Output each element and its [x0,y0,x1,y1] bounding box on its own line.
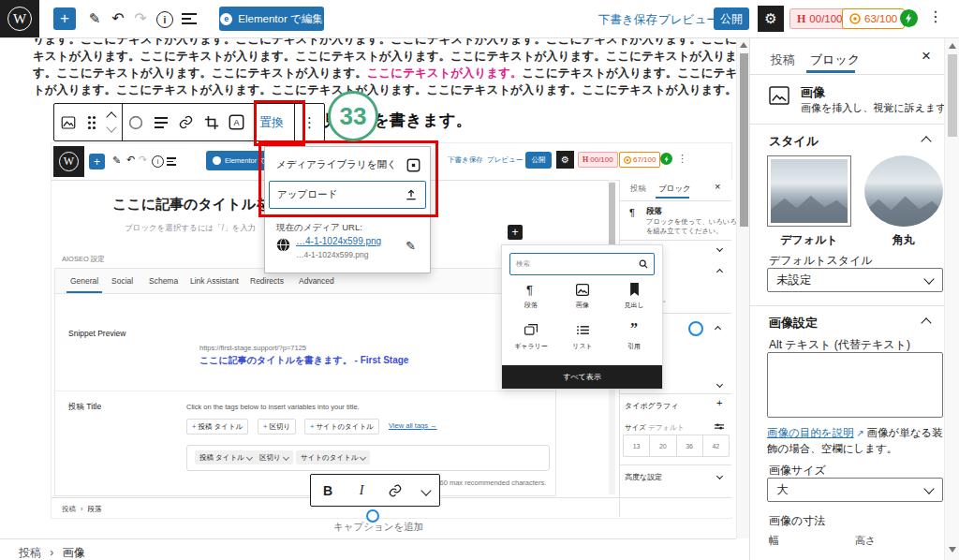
inner-wordpress-logo: W [53,146,84,177]
drag-handle-icon[interactable] [82,104,101,140]
edit-media-url-icon[interactable]: ✎ [406,239,416,253]
tab-active-underline [806,70,855,73]
scroll-up-icon[interactable] [949,43,956,49]
inner-paragraph-icon: ¶ [629,207,635,218]
link-icon[interactable] [173,104,199,140]
caption-input[interactable]: キャプションを追加 [333,521,423,534]
sidebar-scrollbar[interactable] [944,37,959,560]
inner-advanced-label: 高度な設定 [625,472,662,482]
wordpress-logo[interactable]: W [0,0,39,37]
text-over-image-icon[interactable]: A [224,104,249,140]
caption-format-toolbar: B I [310,474,440,507]
options-kebab-icon[interactable]: ⋮ [928,7,943,25]
preview-button[interactable]: プレビュー [658,12,718,28]
breadcrumb-post[interactable]: 投稿 [19,546,41,559]
close-sidebar-icon[interactable]: × [922,47,931,66]
edit-mode-icon[interactable]: ✎ [86,10,103,27]
inner-tag-chip: +投稿 タイトル [186,419,248,435]
inner-tags-hint: Click on the tags below to insert variab… [186,403,360,411]
elementor-edit-button[interactable]: e Elementor で編集 [219,7,324,31]
inner-field-chip: 区切り [255,450,293,464]
inner-snippet-title: ここに記事のタイトルを書きます。 - First Stage [199,354,408,367]
inner-tag-chip: +区切り [258,419,296,435]
scrollbar-thumb[interactable] [740,53,748,227]
truseo-h-icon: H [797,12,805,26]
align-icon[interactable] [148,104,173,140]
inner-publish-button: 公開 [525,152,552,169]
scroll-up-icon[interactable] [740,42,747,48]
publish-button[interactable]: 公開 [714,7,749,30]
style-default-preview [771,159,848,223]
describe-image-purpose-link[interactable]: 画像の目的を説明 [767,427,854,438]
block-inserter-button[interactable]: + [53,7,76,30]
settings-sidebar: 投稿 ブロック × 画像 画像を挿入し、視覚に訴えます。 スタイル デフォルト … [749,37,945,560]
style-rounded-preview [864,155,943,227]
chevron-down-icon [923,483,934,494]
inner-save-draft: 下書き保存 [448,155,483,165]
external-link-icon: ↗ [854,428,867,438]
inner-undo-icon: ↶ [126,154,135,166]
headline-score-badge[interactable]: 63/100 [842,8,905,29]
inner-block-inserter-popup: 検索 ¶ 段落 画像 見出し ” ギャラリー リスト 引用 すべて表示 [501,244,663,390]
inner-field-chip: サイトのタイトル [296,450,370,464]
styles-collapse-icon[interactable] [921,136,931,146]
sidebar-scrollbar-thumb[interactable] [948,54,957,137]
seo-score-badge[interactable]: H 00/100 [789,8,850,29]
list-view-icon[interactable] [182,13,197,24]
duotone-filter-icon[interactable] [123,104,148,140]
tab-post[interactable]: 投稿 [771,52,795,68]
inner-inserter-item-label: 引用 [605,342,663,351]
image-settings-collapse-icon[interactable] [921,317,931,328]
elementor-logo-icon: e [220,13,232,25]
image-block-icon[interactable] [54,104,82,140]
inner-aioseo-panel: General Social Schema Link Assistant Red… [54,268,556,496]
current-media-url-label: 現在のメディア URL: [276,222,362,234]
annotation-box-dropdown [258,140,438,217]
chevron-down-icon [420,485,431,495]
inner-snippet-preview-label: Snippet Preview [68,329,125,338]
search-icon [639,259,648,269]
move-up-icon [106,111,116,122]
jetpack-boost-badge[interactable] [900,9,918,27]
inner-gear-icon: ⚙ [561,155,569,165]
alt-text-input[interactable] [767,352,943,418]
editor-scrollbar[interactable] [736,37,750,538]
info-icon[interactable]: i [156,11,173,28]
redo-icon[interactable]: ↷ [132,9,149,26]
style-option-rounded[interactable] [864,155,943,227]
inner-tab-social: Social [111,276,133,286]
save-draft-button[interactable]: 下書き保存 [598,12,657,28]
bold-button[interactable]: B [311,475,345,506]
inner-inserter-item-label: 段落 [502,301,560,310]
scroll-down-icon[interactable] [949,547,956,553]
inner-elementor-logo-icon [213,156,221,165]
inner-block-inserter-icon: + [89,154,105,169]
style-option-default[interactable] [767,155,851,227]
inner-wordpress-w-icon: W [59,152,79,171]
paragraph-block[interactable]: ります。ここにテキストが入ります。ここにテキストが入ります。ここにテキストが入り… [33,31,733,98]
tab-block[interactable]: ブロック [810,52,860,68]
settings-button[interactable]: ⚙ [758,6,784,32]
inner-lightning-icon [664,155,670,163]
inner-tag-chip: +サイトのタイトル [304,419,379,435]
crop-icon[interactable] [199,104,224,140]
inner-panel-divider [55,391,555,391]
paragraph-line: す。ここにテキストが入ります。ここにテキストが入ります。ここにテキストが入ります… [33,65,733,81]
inner-kebab-icon: ⋮ [677,153,687,165]
paragraph-line: キストが入ります。ここにテキストが入ります。ここにテキストが入ります。ここにテキ… [33,48,733,65]
link-button[interactable] [378,475,412,506]
paragraph-block-icon: ¶ [526,283,533,297]
move-up-down-control[interactable] [101,113,122,131]
lightning-icon [905,13,913,23]
undo-icon[interactable]: ↶ [110,9,126,26]
heading-block-icon [629,283,640,296]
more-formats-button[interactable] [412,475,439,506]
default-style-select[interactable]: 未設定 [767,268,943,292]
italic-button[interactable]: I [345,475,378,506]
image-size-select[interactable]: 大 [767,478,943,502]
inner-title-field: 投稿 タイトル 区切り サイトのタイトル [186,445,550,471]
inner-add-block-button: + [508,225,523,240]
width-label: 幅 [769,534,779,548]
inner-tab-redirects: Redirects [250,276,284,286]
media-url-link[interactable]: …4-1-1024x599.png [296,236,381,246]
